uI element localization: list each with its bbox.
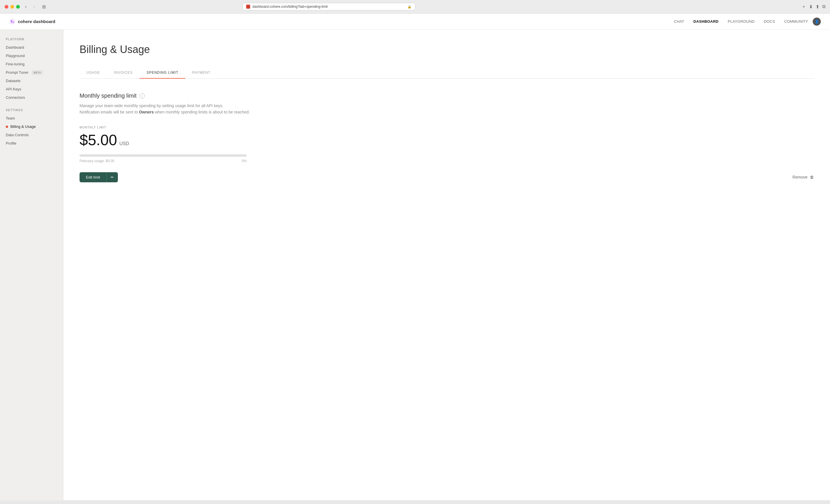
- sidebar-item-team[interactable]: Team: [0, 114, 63, 123]
- remove-button[interactable]: Remove 🗑: [793, 175, 814, 179]
- back-button[interactable]: ‹: [23, 3, 28, 10]
- edit-limit-icon-button[interactable]: ✏: [106, 172, 118, 182]
- top-nav: cohere dashboard CHAT DASHBOARD PLAYGROU…: [0, 13, 830, 30]
- sidebar-item-billing[interactable]: Billing & Usage: [0, 123, 63, 131]
- user-avatar[interactable]: 👤: [813, 18, 821, 26]
- sidebar-item-label: API Keys: [6, 87, 21, 91]
- logo-text: cohere dashboard: [18, 19, 55, 24]
- avatar-icon: 👤: [815, 20, 819, 24]
- progress-labels: February usage: $0.00 0%: [79, 159, 247, 163]
- limit-currency: USD: [119, 141, 129, 146]
- nav-community[interactable]: COMMUNITY: [784, 19, 808, 24]
- sidebar-item-connectors[interactable]: Connectors: [0, 93, 63, 102]
- site-favicon: [246, 5, 250, 9]
- nav-playground[interactable]: PLAYGROUND: [728, 19, 755, 24]
- beta-badge: BETA: [32, 71, 43, 75]
- sidebar-item-label: Profile: [6, 141, 17, 145]
- cohere-logo-icon: [9, 19, 15, 25]
- tab-invoices[interactable]: INVOICES: [107, 67, 139, 79]
- usage-pct-label: 0%: [242, 159, 247, 163]
- sidebar-item-label: Fine-tuning: [6, 62, 25, 66]
- sidebar-item-datasets[interactable]: Datasets: [0, 77, 63, 85]
- desc-text-2: Notification emails will be sent to: [79, 110, 139, 114]
- owners-text: Owners: [139, 110, 154, 114]
- sidebar-item-label: Dashboard: [6, 45, 24, 49]
- platform-section-label: PLATFORM: [0, 38, 63, 41]
- sidebar-item-profile[interactable]: Profile: [0, 139, 63, 147]
- svg-point-1: [11, 20, 12, 22]
- button-row: Edit limit ✏ Remove 🗑: [79, 172, 814, 182]
- tab-usage[interactable]: USAGE: [79, 67, 107, 79]
- remove-label: Remove: [793, 175, 807, 179]
- edit-limit-button[interactable]: Edit limit: [79, 172, 106, 182]
- desc-text-3: when monthly spending limits is about to…: [154, 110, 250, 114]
- svg-point-0: [9, 19, 15, 25]
- nav-docs[interactable]: DOCS: [764, 19, 775, 24]
- svg-point-3: [11, 22, 12, 23]
- tab-spending-limit[interactable]: SPENDING LIMIT: [139, 67, 185, 79]
- settings-section-label: SETTINGS: [0, 108, 63, 112]
- browser-actions: ＋ ⬇ ⬆ ⧉: [801, 4, 825, 10]
- app-wrapper: cohere dashboard CHAT DASHBOARD PLAYGROU…: [0, 13, 830, 500]
- traffic-lights: [5, 5, 20, 9]
- close-button[interactable]: [5, 5, 8, 9]
- nav-dashboard[interactable]: DASHBOARD: [693, 19, 719, 24]
- url-text: dashboard.cohere.com/billing?tab=spendin…: [252, 5, 405, 9]
- limit-amount-display: $5.00 USD: [79, 131, 814, 148]
- limit-value: $5.00: [79, 131, 117, 148]
- download-button[interactable]: ⬇: [809, 4, 813, 9]
- sidebar-item-label: Playground: [6, 54, 25, 58]
- section-title: Monthly spending limit: [79, 93, 137, 99]
- sidebar-item-label: Billing & Usage: [10, 125, 36, 129]
- share-button[interactable]: ⬆: [816, 4, 819, 9]
- sidebar-item-api-keys[interactable]: API Keys: [0, 85, 63, 93]
- sidebar-item-playground[interactable]: Playground: [0, 52, 63, 60]
- info-icon[interactable]: i: [139, 93, 145, 99]
- svg-point-2: [13, 21, 14, 23]
- sidebar-toggle-button[interactable]: ⊞: [40, 3, 47, 10]
- page-layout: PLATFORM Dashboard Playground Fine-tunin…: [0, 30, 830, 500]
- sidebar-item-label: Data Controls: [6, 133, 29, 137]
- tab-payment[interactable]: PAYMENT: [185, 67, 217, 79]
- progress-bar-background: [79, 155, 247, 157]
- tabs-container: USAGE INVOICES SPENDING LIMIT PAYMENT: [79, 67, 814, 79]
- main-content: Billing & Usage USAGE INVOICES SPENDING …: [63, 30, 830, 500]
- forward-button[interactable]: ›: [32, 3, 37, 10]
- address-bar[interactable]: dashboard.cohere.com/billing?tab=spendin…: [243, 3, 415, 10]
- minimize-button[interactable]: [10, 5, 14, 9]
- section-title-row: Monthly spending limit i: [79, 93, 814, 99]
- sidebar-item-label: Datasets: [6, 79, 21, 83]
- browser-chrome: ‹ › ⊞ dashboard.cohere.com/billing?tab=s…: [0, 0, 830, 13]
- active-indicator: [6, 126, 8, 128]
- edit-pencil-icon: ✏: [111, 175, 114, 179]
- sidebar-item-dashboard[interactable]: Dashboard: [0, 43, 63, 52]
- nav-chat[interactable]: CHAT: [674, 19, 684, 24]
- usage-label: February usage: $0.00: [79, 159, 115, 163]
- page-title: Billing & Usage: [79, 43, 814, 56]
- tabs-button[interactable]: ⧉: [822, 4, 825, 9]
- nav-links: CHAT DASHBOARD PLAYGROUND DOCS COMMUNITY: [674, 19, 808, 24]
- sidebar-item-label: Team: [6, 116, 15, 121]
- lock-icon: 🔒: [408, 5, 412, 9]
- sidebar-item-label: Prompt Tuner: [6, 70, 29, 75]
- trash-icon: 🗑: [810, 175, 814, 179]
- sidebar-item-prompt-tuner[interactable]: Prompt Tuner BETA: [0, 68, 63, 77]
- progress-container: February usage: $0.00 0%: [79, 155, 247, 163]
- monthly-limit-label: MONTHLY LIMIT: [79, 126, 814, 129]
- maximize-button[interactable]: [16, 5, 20, 9]
- section-description: Manage your team-wide monthly spending b…: [79, 103, 252, 115]
- sidebar: PLATFORM Dashboard Playground Fine-tunin…: [0, 30, 63, 500]
- sidebar-item-label: Connectors: [6, 95, 25, 100]
- new-tab-button[interactable]: ＋: [801, 4, 806, 10]
- sidebar-item-fine-tuning[interactable]: Fine-tuning: [0, 60, 63, 68]
- sidebar-item-data-controls[interactable]: Data Controls: [0, 131, 63, 139]
- desc-text-1: Manage your team-wide monthly spending b…: [79, 103, 223, 108]
- logo-area: cohere dashboard: [9, 19, 55, 25]
